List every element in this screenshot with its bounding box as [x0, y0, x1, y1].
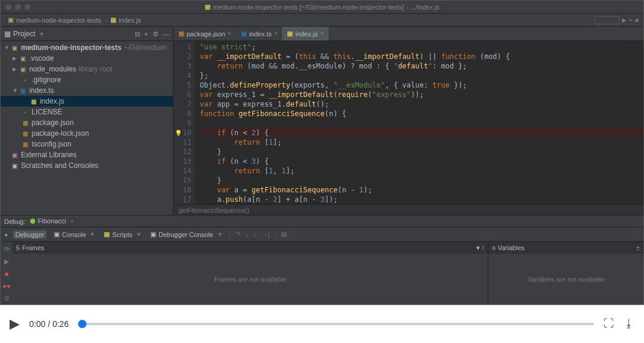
close-icon[interactable]: ×	[70, 217, 74, 224]
resume-button[interactable]: ●	[4, 231, 8, 238]
navigation-bar: ▣ medium-node-inspector-tests › ▦ index.…	[1, 14, 643, 27]
tree-item-gitignore[interactable]: ◦.gitignore	[1, 74, 173, 85]
debugger-console-tab[interactable]: ▣Debugger Console▾	[148, 230, 224, 239]
debug-config-tab[interactable]: ⬢ Fibonacci ×	[30, 217, 74, 225]
fullscreen-button[interactable]: ⛶	[603, 317, 614, 330]
code-content[interactable]: "use strict";var __importDefault = (this…	[195, 41, 643, 204]
scripts-tab[interactable]: ▦Scripts▾	[101, 230, 143, 239]
json-icon: ▦	[178, 30, 184, 38]
tree-item-package-lock[interactable]: ▦package-lock.json	[1, 128, 173, 139]
project-icon: ▦	[4, 30, 11, 38]
video-time: 0:00 / 0:26	[29, 319, 69, 329]
step-out-icon[interactable]: ↑	[253, 231, 257, 238]
ts-icon: ▦	[241, 30, 247, 38]
tab-package-json[interactable]: ▦package.json×	[174, 27, 236, 40]
run-button[interactable]: ▶	[622, 17, 627, 23]
tree-root[interactable]: ▼▣ medium-node-inspector-tests ~/Git/med…	[1, 42, 173, 53]
breadcrumb-file: index.js	[119, 17, 141, 24]
variables-icon: ≡	[492, 244, 496, 251]
folder-icon: ▣	[8, 16, 14, 24]
minimize-window-button[interactable]	[15, 4, 21, 10]
debug-button[interactable]: ⌖	[629, 17, 633, 24]
console-icon: ▣	[150, 230, 156, 238]
console-icon: ▣	[54, 230, 60, 238]
titlebar: ▦ medium-node-inspector-tests [~/Git/med…	[1, 1, 643, 14]
project-tool-window: ▦ Project ▾ ⊟ ⌖ ⚙ — ▼▣ medium-node-inspe…	[1, 27, 174, 215]
step-into-icon[interactable]: ↓	[246, 231, 249, 238]
project-tree[interactable]: ▼▣ medium-node-inspector-tests ~/Git/med…	[1, 41, 173, 215]
tree-root-label: medium-node-inspector-tests	[21, 43, 122, 52]
debug-tool-window: Debug: ⬢ Fibonacci × ● Debugger ▣Console…	[1, 215, 643, 304]
frames-empty: Frames are not available	[13, 254, 488, 304]
nodejs-icon: ⬢	[30, 217, 36, 224]
debug-session-tabs: Debug: ⬢ Fibonacci ×	[1, 216, 643, 227]
variables-empty: Variables are not available	[488, 254, 643, 304]
tree-item-package-json[interactable]: ▦package.json	[1, 117, 173, 128]
editor-tabs: ▦package.json× ▦index.ts× ▦index.js×	[174, 27, 643, 41]
tab-index-js[interactable]: ▦index.js×	[282, 27, 328, 40]
select-target-icon[interactable]: ⌖	[144, 30, 148, 38]
tab-index-ts[interactable]: ▦index.ts×	[236, 27, 283, 40]
run-to-cursor-icon[interactable]: →|	[262, 231, 270, 238]
play-button[interactable]: ▶	[10, 316, 20, 332]
run-config-dropdown[interactable]	[595, 16, 620, 24]
breadcrumb-bar[interactable]: getFibonacciSequence()	[174, 204, 643, 215]
settings-icon[interactable]: ⚙	[153, 30, 159, 38]
video-seek-bar[interactable]	[78, 323, 594, 325]
window-controls	[1, 4, 30, 10]
frames-icon: ⎘	[16, 244, 20, 251]
editor-area: ▦package.json× ▦index.ts× ▦index.js× 123…	[174, 27, 643, 215]
frames-panel: ⎘ Frames ▾ ⁝ Frames are not available	[13, 242, 488, 304]
seek-thumb[interactable]	[78, 320, 86, 328]
tree-root-path: ~/Git/medium	[124, 43, 167, 52]
debug-body: ⟳ ▶ ■ ●● ⊘ ⎘ Frames ▾ ⁝ Frames are not a…	[1, 242, 643, 304]
code-editor[interactable]: 12345678910💡1112131415161718 "use strict…	[174, 41, 643, 204]
breadcrumb[interactable]: ▣ medium-node-inspector-tests › ▦ index.…	[4, 16, 144, 24]
hide-icon[interactable]: —	[163, 30, 169, 38]
main-split: ▦ Project ▾ ⊟ ⌖ ⚙ — ▼▣ medium-node-inspe…	[1, 27, 643, 215]
chevron-down-icon[interactable]: ▾	[40, 30, 44, 38]
gutter[interactable]: 12345678910💡1112131415161718	[174, 41, 195, 204]
add-watch-icon[interactable]: ±	[636, 244, 640, 251]
frames-header: ⎘ Frames ▾ ⁝	[13, 242, 488, 254]
run-toolbar: ▶ ⌖ ■	[595, 16, 643, 24]
tree-item-vscode[interactable]: ▶▣.vscode	[1, 53, 173, 64]
close-icon[interactable]: ×	[320, 30, 324, 37]
debug-label: Debug:	[4, 218, 25, 225]
file-icon: ▦	[205, 3, 210, 11]
js-icon: ▦	[287, 30, 293, 38]
tree-scratches[interactable]: ▣Scratches and Consoles	[1, 160, 173, 171]
view-breakpoints-icon[interactable]: ●●	[2, 282, 10, 289]
project-panel-actions: ⊟ ⌖ ⚙ —	[132, 30, 169, 38]
variables-panel: ≡ Variables ± Variables are not availabl…	[488, 242, 643, 304]
debugger-tab[interactable]: Debugger	[13, 230, 47, 239]
evaluate-icon[interactable]: ▤	[281, 230, 287, 238]
close-window-button[interactable]	[5, 4, 11, 10]
tree-item-index-js[interactable]: ▦index.js	[1, 96, 173, 107]
debug-side-controls: ⟳ ▶ ■ ●● ⊘	[1, 242, 13, 304]
title-text: medium-node-inspector-tests [~/Git/mediu…	[213, 4, 439, 11]
tree-item-tsconfig[interactable]: ▦tsconfig.json	[1, 139, 173, 149]
console-tab[interactable]: ▣Console▾	[51, 230, 97, 239]
collapse-icon[interactable]: ⊟	[135, 30, 140, 38]
maximize-window-button[interactable]	[24, 4, 30, 10]
stop-icon[interactable]: ■	[5, 270, 9, 277]
close-icon[interactable]: ×	[274, 30, 278, 37]
step-over-icon[interactable]: ↷	[236, 230, 241, 238]
scripts-icon: ▦	[104, 230, 110, 238]
mute-breakpoints-icon[interactable]: ⊘	[4, 294, 10, 302]
tree-external-libraries[interactable]: ▣External Libraries	[1, 149, 173, 160]
window-title: ▦ medium-node-inspector-tests [~/Git/med…	[205, 3, 439, 11]
tree-item-node-modules[interactable]: ▶▣node_moduleslibrary root	[1, 64, 173, 74]
tree-item-license[interactable]: ◦LICENSE	[1, 107, 173, 117]
tree-item-index-ts[interactable]: ▼▦index.ts	[1, 85, 173, 96]
stop-button[interactable]: ■	[635, 17, 639, 23]
project-panel-title: Project	[13, 30, 35, 38]
download-button[interactable]: ⭳	[624, 317, 634, 330]
close-icon[interactable]: ×	[228, 30, 231, 37]
frames-settings-icon[interactable]: ⁝	[480, 244, 484, 252]
js-icon: ▦	[110, 16, 116, 24]
variables-header: ≡ Variables ±	[488, 242, 643, 254]
rerun-icon[interactable]: ⟳	[4, 245, 10, 253]
resume-icon[interactable]: ▶	[4, 258, 9, 266]
